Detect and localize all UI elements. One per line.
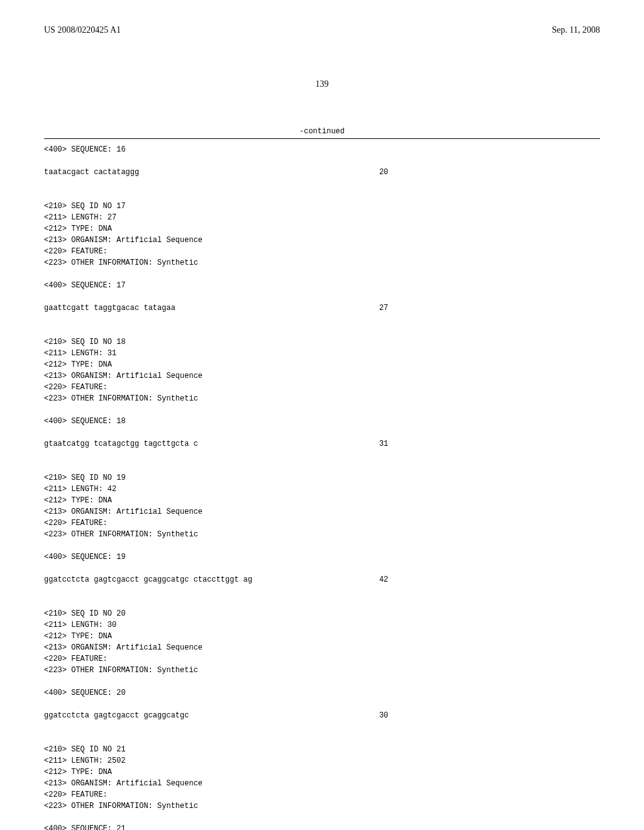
sequence-listing: <400> SEQUENCE: 16 taatacgact cactataggg… (44, 144, 600, 830)
continued-label: -continued (44, 127, 600, 136)
publication-date: Sep. 11, 2008 (552, 25, 600, 35)
page-header: US 2008/0220425 A1 Sep. 11, 2008 (44, 25, 600, 35)
publication-number: US 2008/0220425 A1 (44, 25, 121, 35)
page-number: 139 (44, 79, 600, 89)
divider (44, 138, 600, 139)
